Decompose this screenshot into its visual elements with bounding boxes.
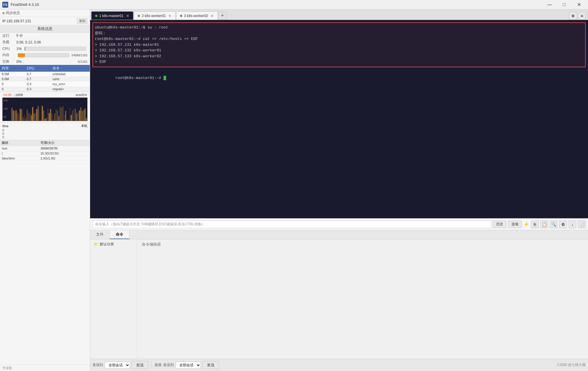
load-row: 负载 0.06, 0.12, 0.06: [0, 39, 90, 46]
terminal-line-1: ubuntu@k8s-master01:~$ su - root: [95, 25, 583, 31]
send-session-select-2[interactable]: 全部会话: [176, 362, 201, 369]
terminal-area[interactable]: ubuntu@k8s-master01:~$ su - root 密码： roo…: [90, 20, 588, 218]
ping-section: 0ms 本机 0 0 0: [0, 122, 90, 140]
process-row: 0 0.3 migrati+: [0, 87, 90, 92]
option-button[interactable]: 选项: [508, 221, 522, 228]
process-row: 8.5M 0.7 vmtoolsd: [0, 72, 90, 77]
download-icon-button[interactable]: ↓: [569, 221, 576, 228]
tab-k8s-worker02[interactable]: 3 k8s-worker02 ✕: [176, 11, 218, 20]
proc-header-cpu: CPU: [25, 65, 50, 72]
process-table: 内存 CPU 命令 8.5M 0.7 vmtoolsd 8.6M 0.7 ssh…: [0, 65, 90, 92]
app-icon: FS: [2, 2, 8, 8]
cpu-bar-fill: [25, 47, 25, 51]
pro-badge: 专业版: [0, 365, 90, 371]
proc-header-cmd: 命令: [51, 65, 90, 72]
bottom-send-bar: 发送到 全部会话 发送 选项 发送到 全部会话 发送 CSDN @七维大脑: [90, 359, 588, 371]
proc-cmd: sshd: [51, 77, 90, 82]
ip-address: IP 192.168.57.131: [2, 19, 31, 23]
ping-value: 0ms: [2, 124, 9, 128]
category-label: 默认分类: [100, 242, 114, 247]
sys-info-header: 系统信息: [0, 25, 90, 33]
tab-dot-3: [180, 15, 182, 17]
minimize-button[interactable]: —: [543, 0, 556, 9]
send-to-label-1: 发送到: [92, 362, 103, 367]
swap-value: 0%: [16, 60, 78, 64]
category-default[interactable]: 📁 默认分类: [91, 241, 136, 248]
maximize-button[interactable]: □: [557, 0, 571, 9]
terminal-prompt: root@k8s-master01:~#: [115, 76, 164, 80]
right-area: 1 k8s-master01 ✕ 2 k8s-worker01 ✕ 3 k8s-…: [90, 9, 588, 371]
ip-row: IP 192.168.57.131 复制: [0, 17, 90, 25]
terminal-line-3: root@k8s-master01:~# cat >> /etc/hosts <…: [95, 36, 583, 42]
copy-icon-button[interactable]: ⎘: [531, 221, 539, 228]
tab-close-2[interactable]: ✕: [168, 14, 172, 18]
disk-row: / 15.3G/23.5G: [0, 151, 90, 156]
proc-cpu: 0.3: [25, 87, 50, 92]
proc-mem: 8.5M: [0, 72, 25, 77]
network-graph: 20K 13K 6K: [2, 98, 87, 121]
send-session-select-1[interactable]: 全部会话: [105, 362, 130, 369]
close-button[interactable]: ✕: [572, 0, 586, 9]
proc-cpu: 0.7: [25, 77, 50, 82]
main-window: FS FinalShell 4.3.10 — □ ✕ 同步状态 IP 192.1…: [0, 0, 588, 371]
net-iface-dropdown[interactable]: ▼: [85, 93, 87, 97]
tab-bar: 1 k8s-master01 ✕ 2 k8s-worker01 ✕ 3 k8s-…: [90, 9, 588, 20]
fullscreen-icon-button[interactable]: ⬜: [578, 221, 586, 228]
send-button-2[interactable]: 发送: [203, 361, 219, 369]
net-download: ↓180B: [14, 93, 23, 97]
tab-label-3: 3 k8s-worker02: [184, 14, 208, 18]
net-level-mid: 13K: [3, 107, 8, 110]
tab-label-1: 1 k8s-master01: [99, 14, 124, 18]
ping-v1: 0: [2, 128, 4, 132]
terminal-line-2: 密码：: [95, 31, 583, 36]
network-section: ↑912B ↓180B ens33 ▼ 20K 13K 6K: [0, 92, 90, 122]
swap-label: 交换: [2, 59, 16, 64]
net-level-low: 6K: [3, 115, 8, 118]
send-option-label: 选项: [154, 362, 161, 367]
disk-path: /dev/shm: [0, 156, 39, 161]
tab-label-2: 2 k8s-worker01: [142, 14, 166, 18]
folder-icon: 📁: [94, 242, 98, 246]
grid-icon-button[interactable]: ⊞: [569, 12, 577, 20]
bottom-tab-bar: 文件 命令: [90, 230, 588, 239]
settings-icon-button[interactable]: ⚙: [559, 221, 567, 228]
cmd-editor-label: 命令编辑器: [142, 242, 161, 247]
history-button[interactable]: 历史: [493, 221, 506, 228]
tab-dot-1: [95, 15, 97, 17]
content-area: 同步状态 IP 192.168.57.131 复制 系统信息 运行 5 分 负载…: [0, 9, 588, 371]
tab-file[interactable]: 文件: [90, 230, 110, 239]
search-icon-button[interactable]: 🔍: [550, 221, 557, 228]
ping-v3: 0: [2, 135, 4, 139]
terminal-prompt-line: root@k8s-master01:~#: [92, 70, 586, 87]
net-upload: ↑912B: [2, 93, 11, 97]
tab-dot-2: [138, 15, 140, 17]
tab-close-1[interactable]: ✕: [126, 14, 129, 18]
disk-size: 15.3G/23.5G: [39, 151, 90, 156]
tab-add-button[interactable]: +: [218, 11, 227, 20]
tab-k8s-master01[interactable]: 1 k8s-master01 ✕: [91, 11, 133, 20]
uptime-row: 运行 5 分: [0, 33, 90, 39]
tab-k8s-worker01[interactable]: 2 k8s-worker01 ✕: [134, 11, 176, 20]
tab-close-3[interactable]: ✕: [210, 14, 214, 18]
proc-mem: 0: [0, 82, 25, 87]
terminal-cursor: [164, 76, 166, 80]
uptime-label: 运行: [2, 33, 16, 38]
network-stats-row: ↑912B ↓180B ens33 ▼: [2, 93, 87, 97]
category-panel: 📁 默认分类: [90, 239, 137, 359]
disk-header-size: 可用/大小: [39, 140, 90, 146]
disk-row: /dev/shm 1.9G/1.9G: [0, 156, 90, 161]
disk-path: /run: [0, 146, 39, 151]
clipboard-icon-button[interactable]: 📋: [540, 221, 548, 228]
copy-ip-button[interactable]: 复制: [77, 18, 87, 24]
ping-v2: 0: [2, 132, 4, 135]
tab-command[interactable]: 命令: [110, 230, 129, 239]
sync-dot: [2, 12, 5, 14]
send-button-1[interactable]: 发送: [132, 361, 148, 369]
process-table-container: 内存 CPU 命令 8.5M 0.7 vmtoolsd 8.6M 0.7 ssh…: [0, 65, 90, 92]
cpu-bar-container: [24, 47, 86, 51]
title-bar: FS FinalShell 4.3.10 — □ ✕: [0, 0, 588, 9]
menu-icon-button[interactable]: ≡: [578, 12, 586, 20]
swap-size: 0/3.8G: [78, 60, 87, 63]
terminal-line-6: > 192.168.57.133 k8s-worker02: [95, 53, 583, 59]
memory-bar-fill: [18, 53, 25, 57]
